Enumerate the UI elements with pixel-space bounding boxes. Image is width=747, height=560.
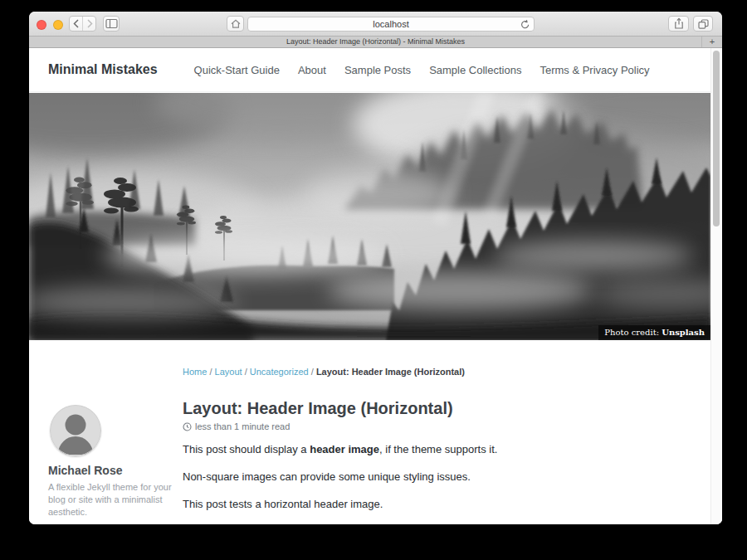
- page-viewport: Minimal Mistakes Quick-Start Guide About…: [29, 48, 722, 524]
- browser-window: localhost Layout: Header Image (Horizont…: [29, 12, 722, 524]
- refresh-icon: [520, 19, 530, 30]
- author-name: Michael Rose: [48, 464, 173, 477]
- forward-button[interactable]: [83, 17, 95, 31]
- breadcrumb-separator: /: [311, 367, 314, 377]
- breadcrumb: Home / Layout / Uncategorized / Layout: …: [183, 367, 465, 377]
- scrollbar-track[interactable]: [710, 48, 722, 524]
- paragraph-text: This post should display a: [183, 443, 310, 455]
- home-button[interactable]: [227, 16, 244, 32]
- chevron-right-icon: [85, 18, 95, 29]
- tab-title: Layout: Header Image (Horizontal) - Mini…: [286, 37, 465, 46]
- paragraph: This post should display a header image,…: [183, 442, 701, 457]
- photo-credit: Photo credit: Unsplash: [598, 325, 710, 340]
- breadcrumb-separator: /: [245, 367, 247, 377]
- back-button[interactable]: [70, 17, 83, 31]
- site-title-link[interactable]: Minimal Mistakes: [48, 62, 158, 77]
- paragraph-text: , if the theme supports it.: [379, 443, 497, 455]
- read-time: less than 1 minute read: [195, 421, 290, 431]
- author-bio: A flexible Jekyll theme for your blog or…: [48, 481, 173, 519]
- nav-link-sample-collections[interactable]: Sample Collections: [429, 64, 521, 76]
- page-title: Layout: Header Image (Horizontal): [183, 399, 701, 418]
- share-icon: [673, 17, 685, 30]
- tab-bar[interactable]: Layout: Header Image (Horizontal) - Mini…: [29, 37, 722, 48]
- nav-link-quick-start-guide[interactable]: Quick-Start Guide: [194, 64, 280, 76]
- close-button[interactable]: [37, 20, 46, 30]
- sidebar-toggle-button[interactable]: [103, 16, 120, 32]
- sidebar-icon: [105, 18, 118, 29]
- tabs-icon: [697, 18, 710, 30]
- scrollbar-thumb[interactable]: [713, 51, 720, 226]
- nav-link-sample-posts[interactable]: Sample Posts: [344, 64, 411, 76]
- clock-icon: [183, 422, 192, 431]
- paragraph-bold-text: header image: [310, 443, 379, 455]
- url-text: localhost: [373, 19, 408, 29]
- breadcrumb-layout[interactable]: Layout: [215, 367, 242, 377]
- new-tab-button[interactable]: +: [701, 37, 722, 47]
- reload-button[interactable]: [520, 19, 530, 30]
- address-bar[interactable]: localhost: [247, 17, 535, 32]
- browser-toolbar: localhost: [29, 12, 722, 37]
- home-icon: [230, 18, 242, 29]
- site-nav: Quick-Start Guide About Sample Posts Sam…: [194, 64, 650, 76]
- tabs-overview-button[interactable]: [693, 16, 713, 32]
- nav-link-terms-privacy[interactable]: Terms & Privacy Policy: [540, 64, 649, 76]
- article: Layout: Header Image (Horizontal) less t…: [183, 399, 701, 524]
- chevron-left-icon: [71, 18, 81, 29]
- site-masthead: Minimal Mistakes Quick-Start Guide About…: [29, 48, 710, 92]
- minimize-button[interactable]: [53, 20, 63, 30]
- breadcrumb-home[interactable]: Home: [183, 367, 207, 377]
- photo-credit-link[interactable]: Unsplash: [662, 328, 705, 337]
- hero-image: Photo credit: Unsplash: [29, 93, 710, 340]
- author-sidebar: Michael Rose A flexible Jekyll theme for…: [48, 405, 173, 524]
- history-nav-group: [69, 16, 96, 32]
- photo-credit-label: Photo credit:: [604, 328, 662, 337]
- breadcrumb-separator: /: [209, 367, 212, 377]
- share-button[interactable]: [668, 16, 689, 32]
- breadcrumb-uncategorized[interactable]: Uncategorized: [250, 367, 309, 377]
- paragraph: This post tests a horizontal header imag…: [183, 497, 701, 512]
- paragraph: Non-square images can provide some uniqu…: [183, 470, 701, 485]
- avatar: [50, 405, 101, 456]
- page-meta: less than 1 minute read: [183, 421, 701, 431]
- nav-link-about[interactable]: About: [298, 64, 326, 76]
- breadcrumb-current: Layout: Header Image (Horizontal): [316, 367, 465, 377]
